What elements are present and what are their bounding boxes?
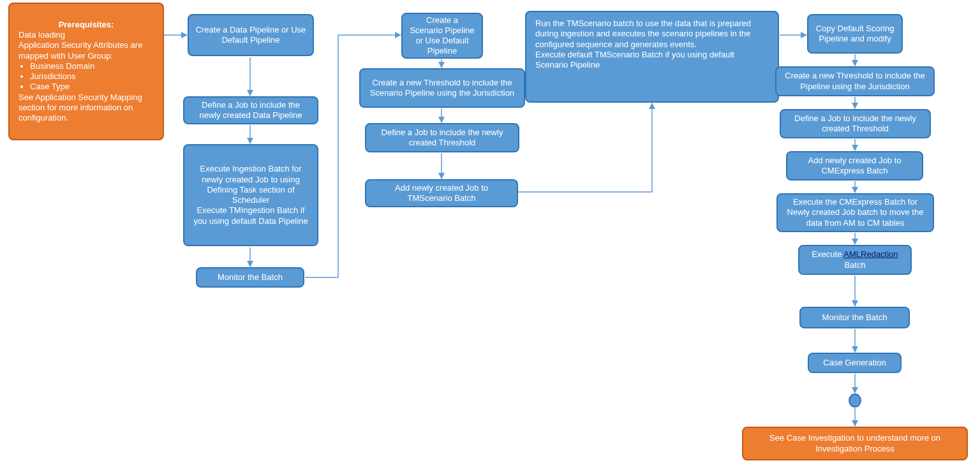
node-case-generation: Case Generation: [808, 353, 902, 373]
node-execute-cmexpress-batch: Execute the CMExpress Batch for Newly cr…: [776, 193, 934, 232]
node-copy-scoring-pipeline: Copy Default Scoring Pipeline and modify: [807, 14, 903, 54]
node-create-threshold-scenario: Create a new Threshold to include the Sc…: [359, 68, 525, 108]
prereq-title: Prerequisites:: [19, 20, 154, 30]
text-post: Batch: [844, 260, 865, 270]
node-define-job-threshold-1: Define a Job to include the newly create…: [365, 123, 519, 152]
node-create-scenario-pipeline: Create a Scenario Pipeline or Use Defaul…: [401, 13, 483, 59]
node-execute-ingestion-batch: Execute Ingestion Batch for newly create…: [183, 144, 318, 246]
node-add-job-cmexpress: Add newly created Job to CMExpress Batch: [786, 151, 923, 180]
node-add-job-tmscenario: Add newly created Job to TMScenario Batc…: [365, 179, 518, 207]
node-create-data-pipeline: Create a Data Pipeline or Use Default Pi…: [188, 14, 314, 56]
prereq-line3: See Application Security Mapping section…: [19, 92, 142, 123]
node-monitor-batch-2: Monitor the Batch: [799, 307, 910, 328]
node-prerequisites: Prerequisites: Data loading Application …: [8, 3, 164, 140]
amlredaction-link[interactable]: AMLRedaction: [843, 249, 898, 259]
node-execute-amlredaction: Execute AMLRedaction Batch: [798, 245, 912, 275]
prereq-line2: Application Security Attributes are mapp…: [19, 40, 142, 60]
node-run-tmscenario-batch: Run the TMScenario batch to use the data…: [525, 11, 779, 103]
text-pre: Execute: [812, 249, 843, 259]
prereq-bullet: Jurisdictions: [30, 71, 154, 82]
prereq-line1: Data loading: [19, 30, 65, 40]
node-node-oval-placeholder: [849, 393, 861, 408]
node-monitor-batch-1: Monitor the Batch: [196, 267, 304, 288]
prereq-bullet: Case Type: [30, 82, 154, 92]
node-see-case-investigation: See Case Investigation to understand mor…: [742, 427, 968, 460]
node-define-job-threshold-2: Define a Job to include the newly create…: [780, 109, 931, 138]
node-define-job-data-pipeline: Define a Job to include the newly create…: [183, 96, 318, 124]
prereq-bullet: Business Domain: [30, 61, 154, 71]
node-create-threshold-pipeline: Create a new Threshold to include the Pi…: [775, 66, 935, 96]
